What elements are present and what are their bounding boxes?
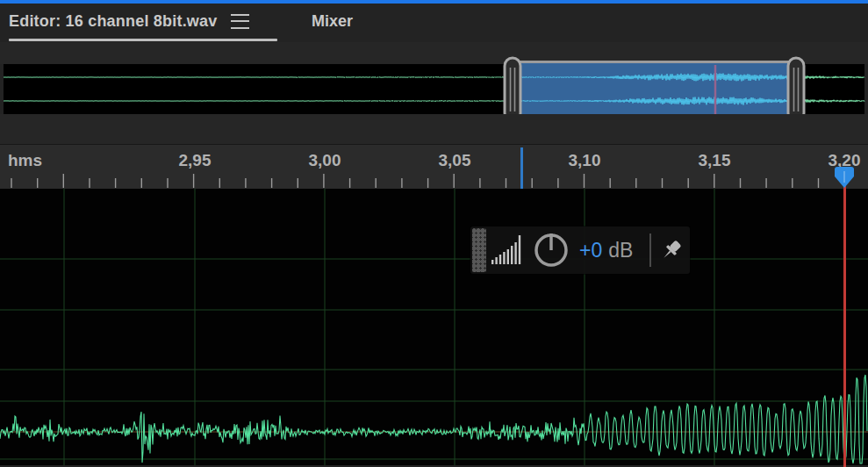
ruler-ticks bbox=[0, 145, 868, 190]
overview-selection-box[interactable] bbox=[507, 62, 802, 116]
hud-drag-handle[interactable] bbox=[472, 228, 486, 272]
timeline-ruler[interactable]: hms 2,953,003,053,103,153,20 bbox=[0, 144, 868, 190]
gain-unit-label: dB bbox=[608, 239, 633, 262]
overview-selection-left-handle[interactable] bbox=[505, 58, 520, 121]
hud-divider bbox=[649, 234, 651, 267]
audition-editor-panel: Editor: 16 channel 8bit.wav Mixer hms 2,… bbox=[0, 0, 868, 467]
waveform-canvas[interactable] bbox=[0, 189, 868, 465]
panel-menu-icon[interactable] bbox=[231, 14, 249, 29]
tab-editor-label: Editor: 16 channel 8bit.wav bbox=[9, 12, 217, 31]
volume-level-icon bbox=[491, 233, 527, 268]
playhead-marker[interactable] bbox=[834, 166, 855, 189]
waveform-display[interactable] bbox=[0, 189, 868, 465]
tab-mixer-label: Mixer bbox=[312, 12, 353, 31]
overview-waveform[interactable] bbox=[0, 54, 868, 123]
gain-value[interactable]: +0 bbox=[579, 239, 602, 262]
spacer bbox=[0, 114, 868, 144]
tab-editor[interactable]: Editor: 16 channel 8bit.wav bbox=[9, 4, 249, 39]
playhead-line bbox=[843, 183, 846, 467]
volume-hud[interactable]: +0 dB bbox=[470, 226, 690, 274]
active-tab-underline bbox=[9, 39, 277, 41]
overview-navigator[interactable] bbox=[0, 54, 868, 123]
panel-tab-bar: Editor: 16 channel 8bit.wav Mixer bbox=[0, 4, 868, 42]
pin-icon[interactable] bbox=[659, 238, 684, 262]
tab-mixer[interactable]: Mixer bbox=[312, 4, 353, 39]
gain-knob-icon[interactable] bbox=[532, 231, 570, 269]
overview-selection-right-handle[interactable] bbox=[788, 58, 804, 121]
selection-start-indicator bbox=[520, 147, 523, 190]
